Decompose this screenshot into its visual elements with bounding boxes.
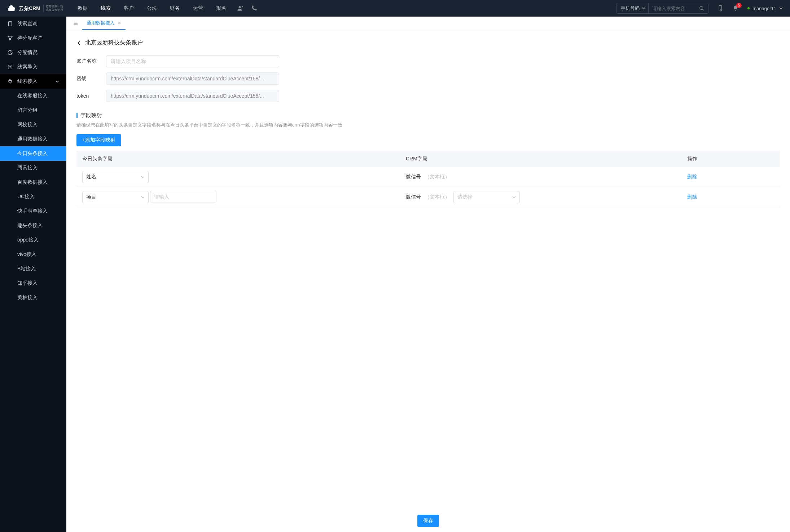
section-title-text: 字段映射 [80,112,102,119]
user-name: manager11 [752,6,776,11]
sidebar-item[interactable]: 待分配客户 [0,31,66,45]
sidebar-sub-item[interactable]: 今日头条接入 [0,146,66,161]
toutiao-field-select[interactable]: 项目 [82,191,149,203]
search-type-select[interactable]: 手机号码 [616,3,649,13]
sidebar-item-label: 分配情况 [17,49,38,56]
sidebar-sub-item[interactable]: 网校接入 [0,118,66,132]
collapse-sidebar-button[interactable] [69,17,82,30]
toutiao-field-input[interactable] [150,191,216,203]
logo-text: 云朵CRM [19,6,40,11]
token-label: token [76,93,106,99]
nav-item[interactable]: 客户 [124,5,134,12]
pie-icon [7,50,13,56]
svg-point-1 [700,6,703,9]
secret-label: 密钥 [76,75,106,82]
add-field-mapping-button[interactable]: +添加字段映射 [76,134,121,146]
search-input[interactable] [649,6,695,11]
chevron-down-icon [642,6,645,10]
content: 北京昱新科技头条账户 账户名称 密钥 token 字段映射 [66,30,790,532]
sidebar-item[interactable]: 线索导入 [0,60,66,74]
close-icon[interactable]: ✕ [118,21,121,26]
sidebar-item-label: 线索接入 [17,78,38,85]
nav-item[interactable]: 财务 [170,5,180,12]
sidebar-item-label: 线索查询 [17,21,38,27]
token-input[interactable] [106,90,279,102]
top-header: 云朵CRM 教育机构一站 式服务云平台 数据线索客户公海财务运营报名 手机号码 [0,0,790,17]
save-button[interactable]: 保存 [417,515,439,527]
upload-icon [7,64,13,70]
sidebar-sub-item[interactable]: 快手表单接入 [0,204,66,218]
svg-point-0 [238,6,241,8]
logo-main-text: 云朵CRM [19,6,40,11]
chevron-up-icon [56,80,59,83]
sidebar-sub-item[interactable]: 在线客服接入 [0,89,66,103]
sidebar-sub-item[interactable]: 留言分组 [0,103,66,118]
user-menu[interactable]: manager11 [747,6,783,11]
select-value: 项目 [86,194,96,200]
crm-field-select[interactable]: 请选择 [453,191,520,203]
account-name-label: 账户名称 [76,58,106,65]
crm-field-label: 微信号 [406,194,421,200]
notification-count: 5 [736,3,742,8]
table-row: 项目 微信号（文本框）请选择删除 [76,187,780,207]
user-plus-icon[interactable] [237,5,243,12]
svg-point-3 [720,10,721,10]
toutiao-field-select[interactable]: 姓名 [82,171,149,183]
cloud-logo-icon [7,4,17,13]
col-action: 操作 [681,151,780,167]
table-row: 姓名微信号（文本框）删除 [76,167,780,187]
notification-bell[interactable]: 5 [732,5,739,12]
logo[interactable]: 云朵CRM 教育机构一站 式服务云平台 [7,4,63,13]
nav-item[interactable]: 报名 [216,5,226,12]
sidebar-item-label: 待分配客户 [17,35,43,41]
plug-icon [7,79,13,84]
sidebar-sub-item[interactable]: vivo接入 [0,247,66,262]
tab-label: 通用数据接入 [87,20,115,26]
tab-bar: 通用数据接入✕ [66,17,790,30]
sidebar-sub-item[interactable]: 美柚接入 [0,291,66,305]
back-icon[interactable] [76,40,82,45]
sidebar-sub-item[interactable]: 知乎接入 [0,276,66,291]
search-button[interactable] [695,6,708,11]
sidebar-sub-item[interactable]: 趣头条接入 [0,218,66,233]
search-type-label: 手机号码 [621,5,640,12]
section-title: 字段映射 [76,112,780,119]
chevron-down-icon [512,195,516,199]
nav-item[interactable]: 线索 [101,5,111,12]
sidebar-sub-item[interactable]: oppo接入 [0,233,66,247]
sidebar-sub-item[interactable]: 腾讯接入 [0,161,66,175]
status-dot [747,7,750,9]
sidebar: 线索查询待分配客户分配情况线索导入线索接入在线客服接入留言分组网校接入通用数据接… [0,17,66,532]
secret-input[interactable] [106,72,279,85]
select-value: 姓名 [86,174,96,180]
col-crm-field: CRM字段 [400,151,681,167]
nav-item[interactable]: 公海 [147,5,157,12]
delete-link[interactable]: 删除 [687,194,697,200]
breadcrumb: 北京昱新科技头条账户 [76,39,780,46]
search-group: 手机号码 [616,3,708,14]
sidebar-item[interactable]: 分配情况 [0,45,66,60]
sidebar-item-label: 线索导入 [17,64,38,70]
chevron-down-icon [141,195,145,199]
phone-icon[interactable] [251,5,257,12]
nav-item[interactable]: 运营 [193,5,203,12]
section-description: 请确保您在此填写的头条自定义字段名称与在今日头条平台中自定义的字段名称一致，并且… [76,122,780,128]
clipboard-icon [7,21,13,27]
select-placeholder: 请选择 [457,194,473,200]
delete-link[interactable]: 删除 [687,174,697,179]
account-name-input[interactable] [106,55,279,67]
sidebar-item[interactable]: 线索接入 [0,74,66,89]
sidebar-sub-item[interactable]: 通用数据接入 [0,132,66,146]
nav-item[interactable]: 数据 [78,5,88,12]
footer-bar: 保存 [66,510,790,532]
col-toutiao-field: 今日头条字段 [76,151,400,167]
top-nav: 数据线索客户公海财务运营报名 [78,5,226,12]
sidebar-sub-item[interactable]: UC接入 [0,190,66,204]
sidebar-item[interactable]: 线索查询 [0,17,66,31]
chevron-down-icon [779,6,783,10]
crm-field-type: （文本框） [425,194,450,200]
sidebar-sub-item[interactable]: B站接入 [0,262,66,276]
mobile-icon[interactable] [717,5,724,12]
tab[interactable]: 通用数据接入✕ [82,17,126,30]
sidebar-sub-item[interactable]: 百度数据接入 [0,175,66,190]
